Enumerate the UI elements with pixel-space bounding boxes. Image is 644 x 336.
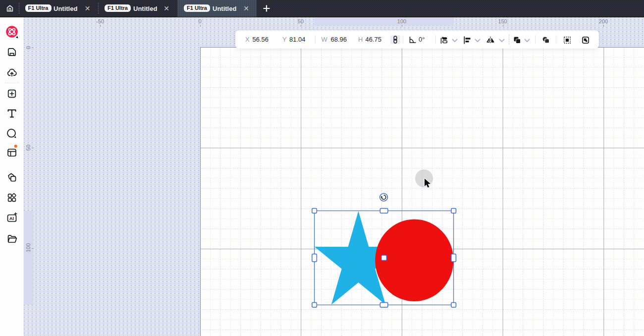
svg-text:AI: AI [9,216,14,221]
